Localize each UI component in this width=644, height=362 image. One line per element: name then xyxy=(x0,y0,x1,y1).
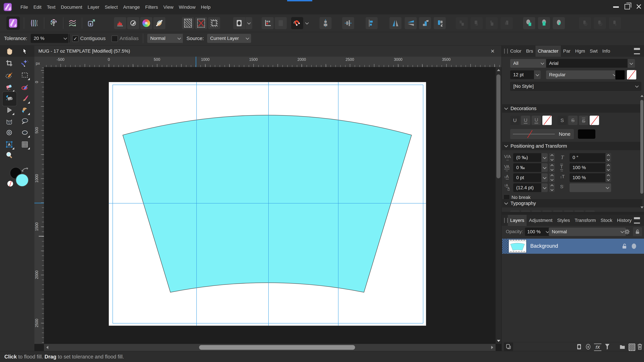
crop-option-2-button[interactable] xyxy=(594,17,606,29)
strike-colour-swatch[interactable] xyxy=(590,116,599,125)
flip-vertical-button[interactable] xyxy=(390,17,402,29)
menu-window[interactable]: Window xyxy=(176,0,198,14)
v-scale-input[interactable]: 100 % xyxy=(570,173,610,182)
menu-arrange[interactable]: Arrange xyxy=(121,0,142,14)
panel-drag-handle[interactable] xyxy=(504,49,508,54)
mug-template-shape[interactable] xyxy=(109,82,426,326)
opacity-dropdown[interactable]: 100 % xyxy=(525,228,551,236)
swap-colors-icon[interactable] xyxy=(21,167,28,173)
antialias-checkbox[interactable] xyxy=(112,35,118,42)
menu-help[interactable]: Help xyxy=(198,0,213,14)
panel-scrollbar[interactable] xyxy=(640,57,644,212)
document-tab[interactable]: MUG - 17 oz TEMPLATE [Modified] (57.5%) … xyxy=(34,45,502,57)
pattern-layer-icon[interactable] xyxy=(628,344,635,351)
group-layers-icon[interactable] xyxy=(619,344,626,350)
view-tool[interactable] xyxy=(4,6,14,16)
vertical-scroll-thumb[interactable] xyxy=(496,74,500,178)
guide-line[interactable] xyxy=(112,323,423,324)
flood-select-tool[interactable] xyxy=(20,58,30,68)
blend-mode-dropdown[interactable]: Normal xyxy=(147,34,183,43)
decorations-header[interactable]: Decorations xyxy=(502,104,642,113)
tab-layers[interactable]: Layers xyxy=(508,215,526,226)
deselect-button[interactable] xyxy=(195,17,207,29)
donut-shape-tool[interactable] xyxy=(4,127,14,138)
move-backward-button[interactable] xyxy=(486,17,498,29)
auto-contrast-button[interactable] xyxy=(127,17,139,29)
move-to-front-button[interactable] xyxy=(456,17,468,29)
layer-name[interactable]: Background xyxy=(530,243,558,249)
tab-paragraph[interactable]: Par xyxy=(561,45,573,57)
live-filter-icon[interactable] xyxy=(604,344,610,350)
tolerance-dropdown[interactable]: 20 % xyxy=(31,34,70,43)
photo-persona-button[interactable] xyxy=(6,16,20,30)
baseline-dropdown[interactable] xyxy=(541,173,548,182)
close-icon[interactable] xyxy=(636,4,642,9)
menu-filters[interactable]: Filters xyxy=(143,0,160,14)
crop-tool[interactable] xyxy=(4,58,14,68)
rotate-cw-button[interactable] xyxy=(434,17,446,29)
decoration-colour-swatch[interactable] xyxy=(578,129,595,139)
scroll-up-icon[interactable] xyxy=(496,68,501,72)
move-to-back-button[interactable] xyxy=(500,17,513,29)
tracking-dropdown[interactable] xyxy=(541,163,548,172)
font-family-input[interactable]: Arial xyxy=(546,59,634,68)
auto-levels-button[interactable] xyxy=(114,17,126,29)
strike-none-button[interactable]: S xyxy=(558,116,567,125)
canvas-vertical-scrollbar[interactable] xyxy=(496,67,502,344)
assistant-button[interactable] xyxy=(262,17,274,29)
view-tool[interactable] xyxy=(4,46,14,57)
intersect-selection-button[interactable] xyxy=(553,17,565,29)
auto-white-balance-button[interactable] xyxy=(153,17,165,29)
tab-info[interactable]: Info xyxy=(600,45,612,57)
panel-menu-icon[interactable] xyxy=(634,48,640,54)
develop-persona-button[interactable] xyxy=(48,16,60,30)
baseline-stepper[interactable] xyxy=(549,173,555,182)
scroll-down-icon[interactable] xyxy=(496,339,501,343)
fill-color-swatch[interactable] xyxy=(16,173,29,187)
shear-input[interactable]: 0 ° xyxy=(570,153,610,162)
tab-histogram[interactable]: Hgm xyxy=(573,45,587,57)
menu-select[interactable]: Select xyxy=(102,0,120,14)
zoom-tool[interactable] xyxy=(4,150,14,161)
ot-style-dropdown[interactable] xyxy=(570,183,611,192)
panel-scroll-down-icon[interactable] xyxy=(640,205,644,209)
strike-single-button[interactable]: S xyxy=(568,116,578,125)
layer-row-background[interactable]: Background xyxy=(502,239,644,254)
erase-brush-tool[interactable] xyxy=(4,82,14,92)
cat-tool[interactable] xyxy=(4,116,14,126)
typography-header[interactable]: Typography xyxy=(502,199,642,207)
tab-styles[interactable]: Styles xyxy=(555,215,572,226)
gradient-tool[interactable] xyxy=(4,105,14,115)
tab-swatches[interactable]: Swt xyxy=(588,45,600,57)
underline-colour-swatch[interactable] xyxy=(542,116,552,125)
scroll-right-icon[interactable] xyxy=(490,345,494,350)
distribute-horizontal-button[interactable] xyxy=(342,17,354,29)
layer-mask-dropdown[interactable] xyxy=(246,17,252,29)
leading-stepper[interactable] xyxy=(549,183,555,192)
rotate-ccw-button[interactable] xyxy=(419,17,431,29)
smudge-brush-tool[interactable] xyxy=(20,105,30,115)
auto-colours-button[interactable] xyxy=(140,17,152,29)
ruler-unit-corner[interactable]: px xyxy=(34,57,44,67)
minimize-button[interactable] xyxy=(613,6,619,8)
tone-mapping-persona-button[interactable] xyxy=(66,16,78,30)
menu-edit[interactable]: Edit xyxy=(31,0,44,14)
guide-line[interactable] xyxy=(112,85,423,85)
menu-file[interactable]: File xyxy=(18,0,30,14)
menu-document[interactable]: Document xyxy=(58,0,85,14)
panel-scroll-up-icon[interactable] xyxy=(640,94,644,98)
add-selection-button[interactable] xyxy=(523,17,535,29)
quick-mask-button[interactable] xyxy=(182,17,194,29)
layers-empty-area[interactable] xyxy=(502,254,644,342)
flip-horizontal-button[interactable] xyxy=(405,17,417,29)
menu-text[interactable]: Text xyxy=(44,0,58,14)
toolbar-spacer-button[interactable] xyxy=(275,17,287,29)
lock-button[interactable] xyxy=(633,227,642,236)
tab-transform[interactable]: Transform xyxy=(572,215,598,226)
tab-brushes[interactable]: Brs xyxy=(524,45,536,57)
text-stroke-swatch[interactable] xyxy=(627,70,636,79)
liquify-persona-button[interactable] xyxy=(28,16,40,30)
font-family-dropdown[interactable] xyxy=(628,59,635,68)
marquee-select-tool[interactable] xyxy=(20,70,30,80)
guide-line[interactable] xyxy=(196,82,197,326)
